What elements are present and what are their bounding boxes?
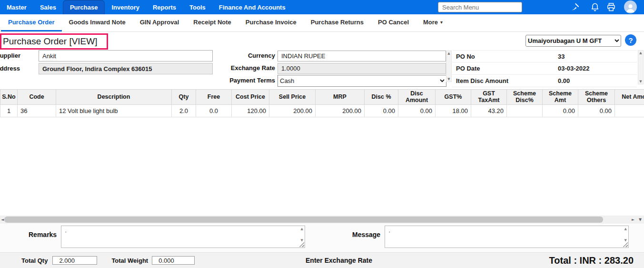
nav-item-tools[interactable]: Tools [183,0,212,14]
item-disc-amount-row: Item Disc Amount 0.00 [452,75,637,87]
po-no-value: 33 [558,53,565,60]
scroll-down-icon[interactable]: ▼ [301,238,303,242]
tab-more[interactable]: More▾ [416,14,450,31]
cell-cost-price: 120.00 [232,104,269,117]
tab-gin-approval[interactable]: GIN Approval [133,14,187,31]
cell-free: 0.0 [196,104,232,117]
horizontal-scrollbar-thumb[interactable] [4,216,603,223]
company-select[interactable]: Umaiyorubagan U M GFT [525,35,621,47]
nav-item-inventory[interactable]: Inventory [105,0,146,14]
cell-disc-amount: 0.00 [398,104,436,117]
total-qty-input[interactable] [52,256,97,265]
form-mid-scrollbar[interactable]: ▲ ▼ [446,51,452,82]
tab-purchase-returns[interactable]: Purchase Returns [304,14,371,31]
col-header-net-amount: Net Amount [615,90,644,105]
notifications-button[interactable] [590,2,600,12]
cell-description: 12 Volt blue light bulb [56,104,172,117]
cell-sno: 1 [0,104,18,117]
total-weight-label: Total Weight [111,257,148,264]
tab-label: Purchase Returns [311,19,364,26]
purchase-module-tabbar: Purchase Order Goods Inward Note GIN App… [0,14,644,32]
exchange-rate-input[interactable] [277,63,446,74]
currency-label: Currency [205,52,275,59]
top-navigation-bar: Master Sales Purchase Inventory Reports … [0,0,644,14]
item-disc-amount-label: Item Disc Amount [452,77,558,84]
scroll-down-icon[interactable]: ▼ [639,217,642,222]
nav-item-purchase[interactable]: Purchase [63,0,105,14]
printer-icon [606,2,616,12]
clean-brush-icon[interactable] [570,2,580,12]
item-row[interactable]: 1 36 12 Volt blue light bulb 2.0 0.0 120… [0,104,644,117]
scroll-up-icon[interactable]: ▲ [446,52,451,55]
col-header-sell-price: Sell Price [269,90,316,105]
purchase-order-view-page: { "topnav": { "items": [ {"label": "Mast… [0,0,644,268]
form-right-scrollbar[interactable]: ▲ ▼ [638,50,644,84]
scroll-up-icon[interactable]: ▲ [638,51,643,55]
person-icon [625,2,636,13]
tab-label: Receipt Note [193,19,231,26]
scroll-down-icon[interactable]: ▼ [638,80,643,83]
exchange-rate-hint: Enter Exchange Rate [306,257,372,264]
scroll-up-icon[interactable]: ▲ [301,227,303,231]
search-menu-input[interactable] [438,2,522,12]
scroll-up-icon[interactable]: ▲ [624,227,627,231]
col-header-disc-pct: Disc % [365,90,398,105]
exchange-rate-label: Exchange Rate [205,64,275,72]
item-disc-amount-value: 0.00 [558,77,570,84]
col-header-qty: Qty [172,90,196,105]
brush-icon [570,2,580,12]
table-header-row: S.No Code Description Qty Free Cost Pric… [0,90,644,105]
po-date-row: PO Date 03-03-2022 [452,62,637,75]
col-header-scheme-others: Scheme Others [578,90,615,105]
message-label: Message [352,231,380,238]
remarks-textarea[interactable]: · [61,226,305,248]
nav-item-sales[interactable]: Sales [33,0,63,14]
nav-item-reports[interactable]: Reports [146,0,183,14]
supplier-input[interactable] [39,50,213,62]
print-button[interactable] [606,2,616,12]
horizontal-scrollbar[interactable]: ◄ ► ▼ [0,216,644,224]
items-table-wrap: S.No Code Description Qty Free Cost Pric… [0,89,644,117]
tab-goods-inward-note[interactable]: Goods Inward Note [62,14,133,31]
message-textarea[interactable]: · [385,226,629,248]
po-no-label: PO No [452,53,558,60]
cell-sell-price: 200.00 [269,104,316,117]
payment-terms-select[interactable]: Cash [277,75,446,87]
po-date-value: 03-03-2022 [558,65,590,72]
address-input[interactable] [39,63,213,74]
scroll-left-icon[interactable]: ◄ [1,217,4,222]
tab-purchase-invoice[interactable]: Purchase Invoice [238,14,304,31]
nav-item-finance-and-accounts[interactable]: Finance And Accounts [212,0,292,14]
bell-icon [590,2,600,12]
cell-net-amount [615,104,644,117]
items-table: S.No Code Description Qty Free Cost Pric… [0,89,644,117]
user-avatar[interactable] [624,0,637,13]
col-header-mrp: MRP [316,90,365,105]
total-weight-input[interactable] [152,256,195,265]
cell-scheme-disc [507,104,543,117]
tab-label: More [423,19,438,26]
scroll-down-icon[interactable]: ▼ [624,238,627,242]
help-button[interactable]: ? [625,34,636,46]
chevron-down-icon: ▾ [440,20,443,25]
cell-mrp: 200.00 [316,104,365,117]
scroll-down-icon[interactable]: ▼ [446,77,451,81]
tab-purchase-order[interactable]: Purchase Order [1,14,62,31]
col-header-free: Free [196,90,232,105]
col-header-gst-taxamt: GST TaxAmt [471,90,507,105]
tab-po-cancel[interactable]: PO Cancel [371,14,416,31]
grand-total: Total : INR : 283.20 [549,255,634,266]
total-qty-label: Total Qty [21,257,48,264]
remarks-label: Remarks [29,231,57,238]
currency-input[interactable] [277,51,446,62]
po-info-panel: PO No 33 PO Date 03-03-2022 Item Disc Am… [452,50,637,87]
col-header-description: Description [56,90,172,105]
col-header-scheme-disc: Scheme Disc% [507,90,543,105]
tab-label: Goods Inward Note [69,19,126,26]
page-title-highlight-box: Purchase Order [VIEW] [0,33,108,50]
tab-label: Purchase Invoice [246,19,297,26]
scroll-right-icon[interactable]: ► [632,217,634,222]
cell-scheme-amt: 0.00 [543,104,578,117]
tab-receipt-note[interactable]: Receipt Note [186,14,238,31]
nav-item-master[interactable]: Master [0,0,33,14]
